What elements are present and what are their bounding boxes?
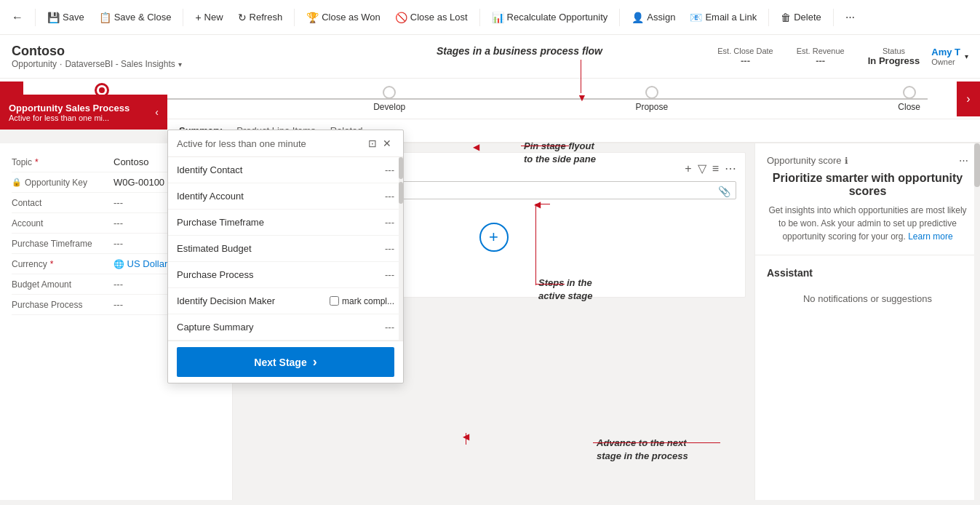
breadcrumb: Opportunity · DataverseBI - Sales Insigh… [12,59,717,69]
stage-label-develop: Develop [373,102,405,112]
email-link-button[interactable]: 📧 Email a Link [684,9,762,26]
close-won-icon: 🏆 [306,12,319,23]
timeline-more-icon[interactable]: ⋯ [725,162,736,175]
flyout-scrollbar-thumb-2[interactable] [399,182,403,204]
process-line2: Active for less than one mi... [9,114,130,122]
score-more-icon[interactable]: ⋯ [959,155,968,166]
stage-next-button[interactable]: › [957,81,980,116]
form-label-topic: Topic * [12,157,113,167]
next-stage-button[interactable]: Next Stage › [177,347,394,377]
form-value-topic[interactable]: Contoso [113,156,148,167]
delete-icon: 🗑 [781,12,791,23]
form-value-contact[interactable]: --- [113,197,123,208]
toolbar: ← 💾 Save 📋 Save & Close + New ↻ Refresh … [0,0,980,35]
form-label-purchase-timeframe: Purchase Timeframe [12,239,113,249]
stage-label-propose: Propose [635,102,668,112]
owner-info: Amy T Owner ▾ [931,47,968,66]
lock-icon: 🔒 [12,178,22,187]
timeline-filter-icon[interactable]: ▽ [698,162,706,175]
flyout-close-button[interactable]: ✕ [380,136,394,151]
form-value-purchase-process[interactable]: --- [113,299,123,310]
stage-connector [52,98,928,100]
mark-complete-checkbox[interactable] [330,296,339,306]
owner-chevron-icon[interactable]: ▾ [965,52,968,60]
globe-icon: 🌐 [113,259,124,269]
score-card-header: Opportunity score ℹ ⋯ [767,155,968,166]
assign-button[interactable]: 👤 Assign [626,9,681,26]
assign-icon: 👤 [632,12,644,23]
header-meta: Est. Close Date --- Est. Revenue --- Sta… [717,47,920,66]
process-prev-button[interactable]: ‹ [155,106,159,118]
flyout-step-identify-decision-maker: Identify Decision Maker mark compl... [168,288,403,314]
flyout-body: Identify Contact --- Identify Account --… [168,157,403,341]
learn-more-link[interactable]: Learn more [908,231,952,242]
flyout-step-identify-contact: Identify Contact --- [168,157,403,183]
flyout-header: Active for less than one minute ⊡ ✕ [168,130,403,157]
assistant-title: Assistant [767,267,968,279]
opportunity-score-card: Opportunity score ℹ ⋯ Prioritize smarter… [755,143,980,255]
company-name: Contoso [12,44,717,59]
new-button[interactable]: + New [189,9,228,26]
header: Contoso Opportunity · DataverseBI - Sale… [0,35,980,79]
process-line1: Opportunity Sales Process [9,103,130,114]
more-button[interactable]: ⋯ [840,9,861,25]
stage-label-close: Close [898,102,920,112]
score-title: Opportunity score [767,155,842,166]
stage-close[interactable]: Close [898,86,920,112]
score-heading: Prioritize smarter with opportunity scor… [767,172,968,198]
flyout-pin-button[interactable]: ⊡ [365,136,380,151]
stage-develop[interactable]: Develop [373,86,405,112]
save-icon: 💾 [47,12,60,23]
info-icon[interactable]: ℹ [845,156,848,166]
separator [35,9,36,26]
form-value-opportunity-key: W0G-00100 [113,177,164,188]
back-button[interactable]: ← [6,8,29,27]
est-close-date: Est. Close Date --- [717,47,773,66]
form-value-budget-amount[interactable]: --- [113,279,123,290]
est-revenue: Est. Revenue --- [797,47,845,66]
refresh-button[interactable]: ↻ Refresh [232,9,289,26]
timeline-add-icon[interactable]: + [685,162,691,175]
flyout-footer: Next Stage › [168,341,403,383]
form-label-currency: Currency * [12,259,113,269]
form-label-budget-amount: Budget Amount [12,279,113,290]
flyout-title: Active for less than one minute [177,138,365,149]
flyout-step-estimated-budget: Estimated Budget --- [168,236,403,262]
score-body: Get insights into which opportunities ar… [767,204,968,243]
separator7 [833,9,834,26]
recalculate-button[interactable]: 📊 Recalculate Opportunity [486,9,614,26]
form-label-account: Account [12,218,113,228]
refresh-icon: ↻ [238,12,247,23]
form-value-purchase-timeframe[interactable]: --- [113,238,123,249]
flyout-step-identify-account: Identify Account --- [168,183,403,210]
header-left: Contoso Opportunity · DataverseBI - Sale… [12,44,717,69]
separator6 [768,9,769,26]
breadcrumb-dropdown-icon[interactable]: ▾ [178,60,182,68]
save-close-button[interactable]: 📋 Save & Close [93,9,178,26]
flyout-step-purchase-process: Purchase Process --- [168,262,403,288]
stage-circle-close [903,86,916,99]
right-scrollbar-thumb[interactable] [974,143,980,187]
timeline-sort-icon[interactable]: ≡ [712,162,719,175]
assistant-card: Assistant No notifications or suggestion… [755,255,980,316]
timeline-toolbar-right: + ▽ ≡ ⋯ [685,162,736,175]
close-won-button[interactable]: 🏆 Close as Won [300,9,386,26]
save-button[interactable]: 💾 Save [41,9,90,26]
separator5 [619,9,620,26]
stage-propose[interactable]: Propose [635,86,668,112]
attach-icon: 📎 [718,186,730,197]
form-value-currency[interactable]: 🌐 US Dollar [113,258,167,269]
required-asterisk-currency: * [50,259,54,269]
close-lost-button[interactable]: 🚫 Close as Lost [389,9,474,26]
flyout-scrollbar-thumb[interactable] [399,157,403,179]
timeline-add-button[interactable]: + [479,223,509,252]
stage-circle-propose [645,86,658,99]
right-scrollbar-track [974,143,980,500]
delete-button[interactable]: 🗑 Delete [775,9,827,26]
flyout-scrollbar-track [399,157,403,341]
separator2 [183,9,183,26]
form-value-account[interactable]: --- [113,218,123,228]
new-icon: + [195,12,201,23]
email-link-icon: 📧 [690,12,702,23]
form-label-contact: Contact [12,198,113,208]
